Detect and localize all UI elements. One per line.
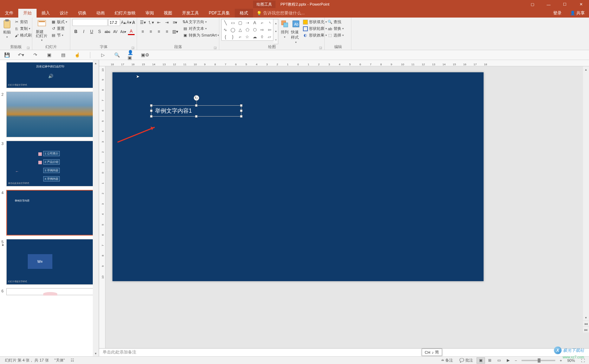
text-direction-button[interactable]: ⇅A文字方向▾ (182, 19, 220, 25)
scroll-down-icon[interactable]: ▾ (583, 315, 589, 320)
notes-pane[interactable]: 单击此处添加备注 (99, 348, 589, 356)
drawing-launcher-icon[interactable]: ◲ (319, 46, 322, 49)
tell-me-input[interactable]: 💡 告诉我您想要做什么... (253, 9, 308, 18)
close-button[interactable]: ✕ (573, 0, 589, 9)
replace-button[interactable]: ab替换▾ (327, 26, 344, 32)
thumbnail-slide-3[interactable]: 1 公司简介 2 产品介绍 3 举例内容 4 举例内容 ← 单击此处添加文字样式 (6, 141, 94, 186)
quick-styles-button[interactable]: Ab快速样式▾ (291, 19, 301, 44)
thumbnails-scrollbar[interactable]: ▴▾ (93, 60, 99, 356)
paragraph-launcher-icon[interactable]: ◲ (214, 46, 217, 49)
thumbnail-slide-4[interactable]: 举例文字内容 (6, 190, 94, 236)
tab-animations[interactable]: 动画 (91, 9, 110, 18)
tab-format[interactable]: 格式 (235, 9, 253, 18)
cut-button[interactable]: ✂剪切 (13, 19, 32, 25)
clear-format-icon[interactable]: A̷ (132, 19, 135, 26)
zoom-slider[interactable] (522, 360, 555, 361)
prev-slide-icon[interactable]: ⏮ (583, 320, 589, 326)
shape-line-icon[interactable]: ╲ (222, 19, 229, 26)
section-button[interactable]: ▤节▾ (50, 32, 68, 38)
bold-button[interactable]: B (72, 28, 79, 35)
char-spacing-button[interactable]: AV (112, 28, 119, 35)
resize-handle[interactable] (150, 104, 153, 107)
underline-button[interactable]: U (88, 28, 95, 35)
shadow-button[interactable]: S (96, 28, 103, 35)
save-icon[interactable]: 💾 (4, 52, 11, 59)
find-button[interactable]: 🔍查找 (327, 19, 344, 25)
indent-icon[interactable]: ⇥ (163, 19, 170, 26)
bullets-icon[interactable]: ☰▾ (139, 19, 146, 26)
numbering-icon[interactable]: ⒈▾ (147, 19, 154, 26)
align-right-icon[interactable]: ≡ (155, 28, 162, 35)
layout-button[interactable]: ▦版式▾ (50, 19, 68, 25)
shape-brace-icon[interactable]: { (222, 33, 229, 40)
scroll-up-icon[interactable]: ▴ (93, 60, 99, 66)
tab-pdf[interactable]: PDF工具集 (204, 9, 235, 18)
resize-handle[interactable] (240, 115, 242, 118)
outdent-icon[interactable]: ⇤ (155, 19, 162, 26)
slideshow-icon[interactable]: ▣ (46, 52, 53, 59)
resize-handle[interactable] (150, 115, 153, 118)
shape-l-icon[interactable]: ⌐ (258, 19, 266, 26)
increase-font-icon[interactable]: A▴ (121, 19, 126, 26)
align-text-button[interactable]: ▤对齐文本▾ (182, 26, 220, 32)
tab-slideshow[interactable]: 幻灯片放映 (110, 9, 141, 18)
shape-par-icon[interactable]: ▱ (266, 33, 273, 40)
preview-icon[interactable]: ▷ (99, 52, 106, 59)
reading-view-icon[interactable]: ▭ (495, 357, 503, 364)
new-slide-button[interactable]: 新建 幻灯片▾ (34, 19, 49, 44)
tab-insert[interactable]: 插入 (37, 9, 55, 18)
tab-view[interactable]: 视图 (159, 9, 177, 18)
resize-handle[interactable] (195, 115, 198, 118)
shapes-gallery[interactable]: ╲▭▢➝A⌐⌎ ∿◯△⬠⬡⇨⇦ {}⌐☆☁◊▱ (221, 19, 273, 41)
slide-canvas[interactable]: ➤ ↻ 举例文字内容1 (112, 72, 484, 281)
font-size-input[interactable] (108, 19, 120, 26)
resize-handle[interactable] (150, 110, 153, 112)
line-spacing-icon[interactable]: ≡▾ (171, 19, 179, 26)
shape-triu-icon[interactable]: ⬠ (244, 26, 251, 33)
shape-tri-icon[interactable]: △ (237, 26, 244, 33)
resize-handle[interactable] (240, 104, 242, 107)
tab-design[interactable]: 设计 (55, 9, 73, 18)
zoom-icon[interactable]: 🔍 (114, 52, 121, 59)
thumbnail-slide-2[interactable] (6, 92, 94, 137)
shape-cld-icon[interactable]: ☁ (251, 33, 258, 40)
copy-button[interactable]: ⎘复制▾ (13, 26, 32, 32)
shape-arrow-icon[interactable]: ➝ (244, 19, 251, 26)
tab-file[interactable]: 文件 (0, 9, 18, 18)
format-painter-button[interactable]: 🖌格式刷 (13, 32, 32, 38)
font-color-button[interactable]: A (128, 28, 135, 35)
paste-button[interactable]: 粘贴▾ (2, 19, 12, 44)
decrease-font-icon[interactable]: A▾ (127, 19, 131, 26)
font-name-input[interactable] (72, 19, 108, 26)
print-setup-icon[interactable]: ▤ (60, 52, 67, 59)
scroll-up-icon[interactable]: ▴ (583, 66, 589, 72)
undo-icon[interactable]: ↶▾ (18, 52, 25, 59)
shape-rrect-icon[interactable]: ▢ (237, 19, 244, 26)
vertical-ruler[interactable]: 10987654321012345678910 (99, 66, 105, 348)
shapes-gallery-scroll[interactable]: ▴▾▿ (273, 19, 278, 44)
tab-developer[interactable]: 开发工具 (177, 9, 204, 18)
slide-canvas-area[interactable]: ➤ ↻ 举例文字内容1 (105, 66, 589, 348)
shape-fill-button[interactable]: 形状填充▾ (302, 19, 328, 25)
resize-handle[interactable] (195, 104, 198, 107)
convert-smartart-button[interactable]: ▣转换为 SmartArt▾ (182, 32, 220, 38)
slide-thumbnails-panel[interactable]: 历史记录中的日志打印🔊幻灯片母版文字样式 2 3 1 公司简介 2 产品介绍 3… (0, 60, 99, 356)
shape-z-icon[interactable]: ⌎ (266, 19, 273, 26)
align-center-icon[interactable]: ≡ (147, 28, 154, 35)
shape-conn-icon[interactable]: ⌐ (237, 33, 244, 40)
sorter-view-icon[interactable]: ⊞ (486, 357, 494, 364)
login-link[interactable]: 登录 (549, 9, 566, 18)
select-button[interactable]: ⬚选择▾ (327, 32, 344, 38)
tab-transitions[interactable]: 切换 (73, 9, 91, 18)
align-justify-icon[interactable]: ≡ (163, 28, 170, 35)
resize-handle[interactable] (240, 110, 242, 112)
maximize-button[interactable]: ☐ (557, 0, 573, 9)
shape-text-icon[interactable]: A (251, 19, 258, 26)
shape-arr2-icon[interactable]: ⇨ (258, 26, 266, 33)
comments-toggle[interactable]: 💬 批注 (457, 358, 476, 363)
shape-hex-icon[interactable]: ⬡ (251, 26, 258, 33)
minimize-button[interactable]: — (541, 0, 557, 9)
strike-button[interactable]: abc (104, 28, 111, 35)
reset-button[interactable]: ↺重置 (50, 26, 68, 32)
ribbon-options-icon[interactable]: ▢ (524, 0, 541, 9)
